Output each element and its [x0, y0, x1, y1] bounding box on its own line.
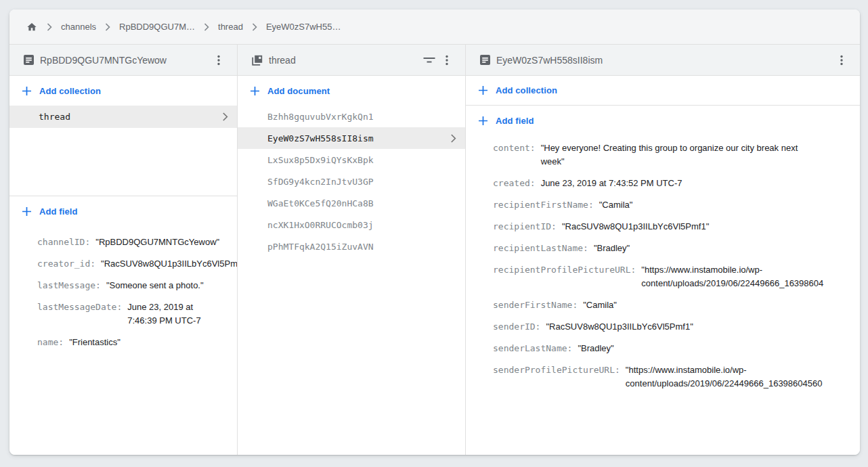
collection-row[interactable]: thread — [9, 106, 237, 128]
add-document-button[interactable]: Add document — [238, 76, 465, 106]
field-row: lastMessage:"Someone sent a photo." — [37, 279, 237, 292]
breadcrumb-segment[interactable]: RpBDD9QGU7M… — [119, 22, 195, 32]
chevron-right-icon — [47, 23, 52, 31]
field-key: name: — [37, 336, 64, 349]
parent-document-panel-header: RpBDD9QGU7MNTGcYewow — [9, 45, 237, 76]
field-row: senderProfilePictureURL:"https://www.ins… — [493, 363, 860, 391]
add-document-label: Add document — [267, 86, 330, 96]
field-row: senderFirstName:"Camila" — [493, 298, 860, 312]
document-id: Bzhh8gquvubVxrKgkQn1 — [267, 112, 374, 122]
document-fields: content:"Hey everyone! Creating this gro… — [466, 135, 860, 399]
field-key: senderID: — [493, 320, 540, 334]
selected-document-panel-header: EyeW0zS7wH558sII8ism — [466, 45, 860, 76]
collection-icon — [252, 55, 263, 66]
field-value[interactable]: "RacSUV8w8QU1p3IILbYc6Vl5Pmf1" — [562, 220, 709, 234]
field-key: content: — [493, 141, 536, 155]
collection-name: thread — [39, 112, 70, 122]
breadcrumb-segment[interactable]: channels — [61, 22, 96, 32]
chevron-right-icon — [204, 23, 209, 31]
plus-icon — [22, 206, 32, 217]
field-value[interactable]: "https://www.instamobile.io/wp- content/… — [626, 363, 823, 391]
panel-title: EyeW0zS7wH558sII8ism — [496, 55, 833, 66]
document-row[interactable]: Bzhh8gquvubVxrKgkQn1 — [238, 106, 465, 127]
add-field-button[interactable]: Add field — [9, 196, 237, 226]
field-value[interactable]: June 23, 2019 at 7:46:39 PM UTC-7 — [127, 301, 200, 328]
field-row: recipientFirstName:"Camila" — [493, 198, 860, 212]
field-value[interactable]: "https://www.instamobile.io/wp- content/… — [641, 263, 823, 290]
chevron-right-icon — [252, 23, 257, 31]
document-id: EyeW0zS7wH558sII8ism — [267, 133, 374, 143]
field-value[interactable]: "Camila" — [583, 298, 617, 312]
field-value[interactable]: "Bradley" — [578, 342, 613, 355]
field-value[interactable]: June 23, 2019 at 7:43:52 PM UTC-7 — [541, 177, 682, 190]
kebab-menu-icon[interactable] — [833, 51, 850, 69]
breadcrumb-segment[interactable]: thread — [218, 22, 243, 32]
field-value[interactable]: "Hey everyone! Creating this group to or… — [541, 141, 798, 169]
field-row: senderID:"RacSUV8w8QU1p3IILbYc6Vl5Pmf1" — [493, 320, 860, 334]
field-key: created: — [493, 177, 536, 190]
firestore-data-browser: channelsRpBDD9QGU7M…threadEyeW0zS7wH55… … — [9, 9, 860, 455]
filter-icon[interactable] — [420, 51, 438, 69]
plus-icon — [478, 116, 488, 126]
chevron-right-icon — [450, 134, 456, 143]
field-row: recipientProfilePictureURL:"https://www.… — [493, 263, 860, 290]
field-row: recipientLastName:"Bradley" — [493, 242, 860, 255]
field-key: lastMessageDate: — [37, 301, 122, 314]
document-id: LxSux8p5Dx9iQYsKxBpk — [267, 155, 374, 165]
breadcrumb-segments: channelsRpBDD9QGU7M…threadEyeW0zS7wH55… — [38, 22, 341, 32]
add-collection-button[interactable]: Add collection — [9, 76, 237, 106]
field-row: senderLastName:"Bradley" — [493, 342, 860, 355]
field-key: recipientFirstName: — [493, 198, 594, 212]
document-fields: channelID:"RpBDD9QGU7MNTGcYewow"creator_… — [9, 226, 237, 357]
field-value[interactable]: "RacSUV8w8QU1p3IILbYc6Vl5Pmf1" — [546, 320, 693, 334]
document-id: ncXK1HxO0RRUCOcmb03j — [267, 220, 374, 230]
field-value[interactable]: "Bradley" — [594, 242, 630, 255]
add-field-label: Add field — [39, 206, 78, 217]
field-value[interactable]: "RacSUV8w8QU1p3IILbYc6Vl5Pmf1" — [101, 257, 237, 271]
field-key: recipientProfilePictureURL: — [493, 263, 636, 277]
plus-icon — [478, 85, 488, 95]
field-key: senderProfilePictureURL: — [493, 363, 620, 377]
collections-list: thread — [9, 106, 237, 128]
panel-title: RpBDD9QGU7MNTGcYewow — [40, 55, 210, 66]
field-value[interactable]: "RpBDD9QGU7MNTGcYewow" — [95, 236, 219, 249]
field-key: recipientID: — [493, 220, 557, 234]
collections-section: Add collection thread — [9, 76, 237, 196]
plus-icon — [250, 86, 260, 96]
document-row[interactable]: EyeW0zS7wH558sII8ism — [238, 127, 465, 149]
document-row[interactable]: SfDG9y4kcn2InJtvU3GP — [238, 171, 465, 192]
field-row: name:"Frientastics" — [37, 336, 237, 349]
parent-document-panel: RpBDD9QGU7MNTGcYewow Add collection thre… — [9, 45, 238, 455]
field-key: senderLastName: — [493, 342, 572, 355]
field-key: senderFirstName: — [493, 298, 578, 312]
document-row[interactable]: LxSux8p5Dx9iQYsKxBpk — [238, 149, 465, 171]
field-row: creator_id:"RacSUV8w8QU1p3IILbYc6Vl5Pmf1… — [37, 257, 237, 271]
chevron-right-icon — [222, 112, 228, 121]
document-icon — [24, 55, 34, 65]
chevron-right-icon — [105, 23, 110, 31]
add-field-label: Add field — [496, 116, 534, 126]
documents-list: Bzhh8gquvubVxrKgkQn1EyeW0zS7wH558sII8ism… — [238, 106, 465, 257]
field-key: recipientLastName: — [493, 242, 588, 255]
document-row[interactable]: pPhMTFqkA2Q15iZuvAVN — [238, 236, 465, 257]
kebab-menu-icon[interactable] — [438, 51, 456, 69]
home-icon[interactable] — [26, 22, 38, 32]
field-value[interactable]: "Frientastics" — [69, 336, 121, 349]
breadcrumb: channelsRpBDD9QGU7M…threadEyeW0zS7wH55… — [9, 9, 860, 45]
breadcrumb-segment[interactable]: EyeW0zS7wH55… — [266, 22, 341, 32]
add-collection-label: Add collection — [496, 85, 557, 95]
field-value[interactable]: "Someone sent a photo." — [106, 279, 204, 292]
field-row: content:"Hey everyone! Creating this gro… — [493, 141, 860, 169]
document-row[interactable]: WGaEt0KCe5fQ20nHCa8B — [238, 192, 465, 214]
document-row[interactable]: ncXK1HxO0RRUCOcmb03j — [238, 214, 465, 236]
field-key: lastMessage: — [37, 279, 101, 292]
kebab-menu-icon[interactable] — [210, 51, 227, 69]
add-collection-button[interactable]: Add collection — [466, 76, 860, 106]
field-row: recipientID:"RacSUV8w8QU1p3IILbYc6Vl5Pmf… — [493, 220, 860, 234]
collection-panel-header: thread — [238, 45, 465, 76]
document-icon — [480, 55, 490, 65]
field-value[interactable]: "Camila" — [599, 198, 633, 212]
field-row: channelID:"RpBDD9QGU7MNTGcYewow" — [37, 236, 237, 249]
add-field-button[interactable]: Add field — [466, 106, 860, 135]
panels: RpBDD9QGU7MNTGcYewow Add collection thre… — [9, 45, 860, 455]
